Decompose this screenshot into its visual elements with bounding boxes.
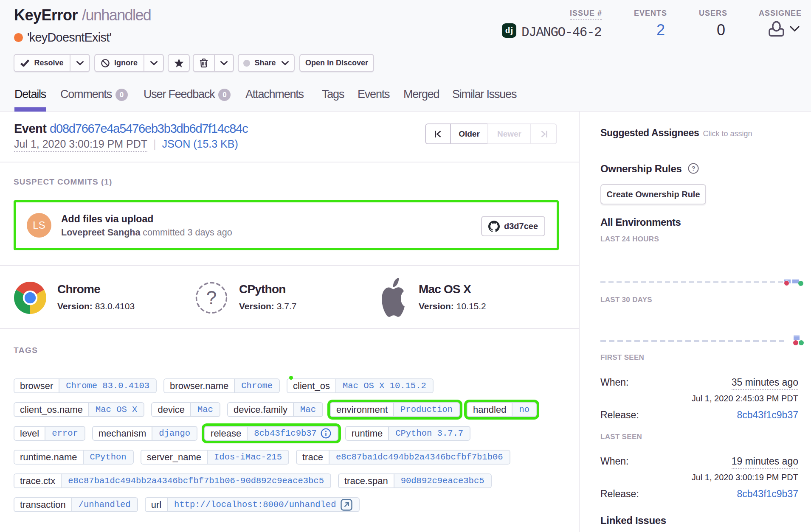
svg-text:?: ? [206,287,217,308]
svg-text:?: ? [691,165,695,172]
